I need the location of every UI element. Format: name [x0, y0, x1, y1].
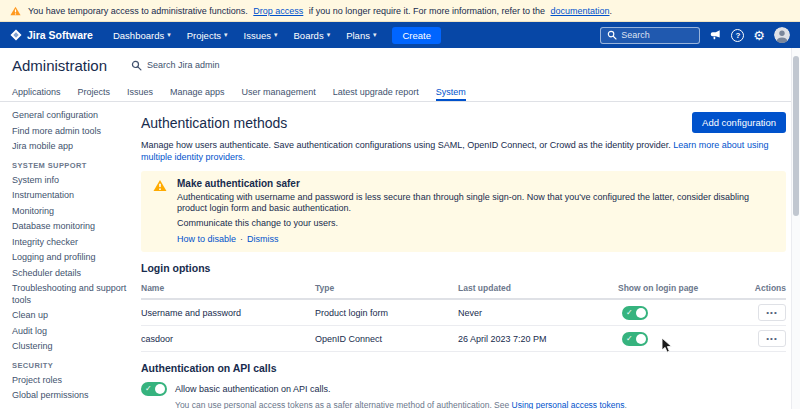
cell-name: Username and password [141, 308, 315, 318]
column-header-last-updated: Last updated [458, 283, 618, 293]
login-options-title: Login options [141, 262, 786, 275]
content-area: General configuration Find more admin to… [0, 102, 800, 409]
banner-text-start: You have temporary access to administrat… [28, 6, 248, 16]
check-icon: ✓ [145, 382, 152, 396]
navbar-right: ? ⚙ [600, 27, 790, 44]
jira-logo-icon [10, 29, 22, 41]
documentation-link[interactable]: documentation [550, 6, 609, 16]
tab-issues[interactable]: Issues [127, 82, 153, 101]
nav-boards[interactable]: Boards ▾ [286, 22, 339, 48]
sidebar-item-find-more-admin-tools[interactable]: Find more admin tools [12, 126, 127, 138]
nav-dashboards-label: Dashboards [113, 30, 164, 41]
cell-type: Product login form [315, 308, 458, 318]
cell-last-updated: 26 April 2023 7:20 PM [458, 334, 618, 344]
tab-system[interactable]: System [436, 82, 466, 101]
nav-issues-label: Issues [244, 30, 271, 41]
personal-access-tokens-link[interactable]: Using personal access tokens [512, 400, 625, 409]
helper-prefix: You can use personal access tokens as a … [175, 400, 509, 409]
banner-text-end: . [610, 6, 613, 16]
main-panel: Authentication methods Add configuration… [133, 102, 800, 409]
nav-projects[interactable]: Projects ▾ [179, 22, 236, 48]
table-row-username-and-password: Username and password Product login form… [141, 300, 786, 326]
sidebar-item-system-info[interactable]: System info [12, 175, 127, 187]
sidebar-item-database-monitoring[interactable]: Database monitoring [12, 221, 127, 233]
dismiss-link[interactable]: Dismiss [247, 234, 279, 244]
column-header-name: Name [141, 283, 315, 293]
admin-search-label: Search Jira admin [147, 60, 220, 70]
tab-latest-upgrade-report[interactable]: Latest upgrade report [333, 82, 419, 101]
sidebar-item-integrity-checker[interactable]: Integrity checker [12, 237, 127, 249]
nav-plans[interactable]: Plans ▾ [338, 22, 384, 48]
sidebar-item-global-permissions[interactable]: Global permissions [12, 390, 127, 402]
chevron-down-icon: ▾ [327, 31, 331, 39]
tab-projects[interactable]: Projects [78, 82, 111, 101]
sidebar-heading-system-support: SYSTEM SUPPORT [12, 161, 127, 170]
tab-user-management[interactable]: User management [242, 82, 316, 101]
add-configuration-button[interactable]: Add configuration [692, 112, 786, 133]
nav-issues[interactable]: Issues ▾ [236, 22, 286, 48]
sidebar-heading-security: SECURITY [12, 361, 127, 370]
announcements-icon[interactable] [709, 29, 722, 41]
tab-applications[interactable]: Applications [12, 82, 61, 101]
show-on-login-toggle[interactable]: ✓ [622, 332, 648, 346]
basic-auth-api-label: Allow basic authentication on API calls. [175, 384, 331, 394]
warning-icon [153, 179, 167, 192]
admin-search[interactable]: Search Jira admin [131, 60, 220, 71]
intro-paragraph: Manage how users authenticate. Save auth… [141, 140, 786, 163]
banner-message: You have temporary access to administrat… [28, 6, 612, 16]
basic-auth-api-toggle[interactable]: ✓ [141, 382, 167, 396]
sidebar-item-scheduler-details[interactable]: Scheduler details [12, 268, 127, 280]
sidebar-item-logging-and-profiling[interactable]: Logging and profiling [12, 252, 127, 264]
vertical-scrollbar[interactable] [791, 48, 800, 409]
api-helper-text: You can use personal access tokens as a … [175, 400, 786, 409]
jira-brand[interactable]: Jira Software [10, 29, 93, 41]
row-actions-button[interactable]: ••• [758, 330, 786, 347]
column-header-show-on-login-page: Show on login page [618, 283, 746, 293]
settings-gear-icon[interactable]: ⚙ [753, 29, 765, 42]
drop-access-link[interactable]: Drop access [253, 6, 303, 16]
show-on-login-toggle[interactable]: ✓ [622, 306, 648, 320]
sidebar-item-project-roles[interactable]: Project roles [12, 375, 127, 387]
search-icon [607, 30, 617, 40]
chevron-down-icon: ▾ [167, 31, 171, 39]
help-icon[interactable]: ? [731, 29, 744, 42]
nav-plans-label: Plans [346, 30, 370, 41]
table-header-row: Name Type Last updated Show on login pag… [141, 279, 786, 300]
user-avatar[interactable] [774, 27, 790, 43]
check-icon: ✓ [626, 306, 633, 320]
chevron-down-icon: ▾ [373, 31, 377, 39]
banner-text-middle: if you no longer require it. For more in… [309, 6, 545, 16]
warning-icon [10, 6, 21, 16]
temporary-access-banner: You have temporary access to administrat… [0, 0, 800, 22]
sidebar-item-monitoring[interactable]: Monitoring [12, 206, 127, 218]
navbar-search[interactable] [600, 27, 700, 44]
sidebar-item-clustering[interactable]: Clustering [12, 341, 127, 353]
warning-title: Make authentication safer [177, 178, 774, 189]
column-header-type: Type [315, 283, 458, 293]
page-title: Administration [12, 57, 107, 74]
nav-dashboards[interactable]: Dashboards ▾ [105, 22, 179, 48]
login-options-table: Name Type Last updated Show on login pag… [141, 279, 786, 352]
create-button[interactable]: Create [392, 27, 441, 44]
sidebar-item-clean-up[interactable]: Clean up [12, 310, 127, 322]
row-actions-button[interactable]: ••• [758, 304, 786, 321]
search-input[interactable] [621, 30, 693, 40]
sidebar-item-general-configuration[interactable]: General configuration [12, 110, 127, 122]
authentication-warning-panel: Make authentication safer Authenticating… [141, 171, 786, 252]
sidebar-item-troubleshooting[interactable]: Troubleshooting and support tools [12, 283, 127, 306]
top-navbar: Jira Software Dashboards ▾ Projects ▾ Is… [0, 22, 800, 48]
nav-projects-label: Projects [187, 30, 221, 41]
sidebar-item-audit-log[interactable]: Audit log [12, 326, 127, 338]
sidebar-item-instrumentation[interactable]: Instrumentation [12, 190, 127, 202]
link-separator: · [240, 234, 243, 244]
nav-boards-label: Boards [294, 30, 324, 41]
chevron-down-icon: ▾ [274, 31, 278, 39]
helper-suffix: . [625, 400, 627, 409]
scrollbar-thumb[interactable] [793, 56, 799, 216]
system-sidebar: General configuration Find more admin to… [0, 102, 133, 409]
how-to-disable-link[interactable]: How to disable [177, 234, 236, 244]
section-title-authentication-methods: Authentication methods [141, 115, 287, 131]
tab-manage-apps[interactable]: Manage apps [170, 82, 225, 101]
sidebar-item-jira-mobile-app[interactable]: Jira mobile app [12, 141, 127, 153]
table-row-casdoor: casdoor OpenID Connect 26 April 2023 7:2… [141, 326, 786, 352]
